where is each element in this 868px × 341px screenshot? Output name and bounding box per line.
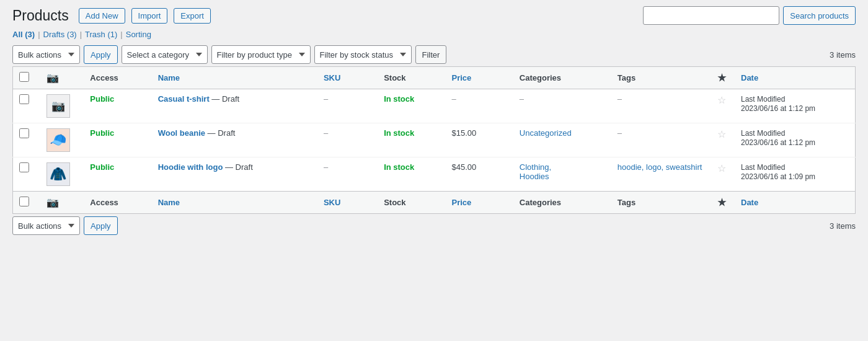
category-link-2[interactable]: Hoodies [520, 172, 549, 181]
tag-link[interactable]: hoodie, logo, sweatshirt [618, 162, 702, 172]
filter-by-type-select[interactable]: Filter by product type [211, 45, 311, 64]
sublink-trash[interactable]: Trash (1) [85, 30, 117, 39]
filter-by-stock-select[interactable]: Filter by stock status [314, 45, 412, 64]
product-thumbnail: 🧢 [46, 128, 70, 152]
table-row: 📷 Public Casual t-shirt — Draft – In sto… [13, 89, 856, 123]
date-label: Last Modified2023/06/16 at 1:12 pm [741, 95, 815, 113]
access-badge: Public [90, 162, 114, 172]
sku-value: – [324, 128, 328, 138]
item-count-bottom: 3 items [830, 221, 856, 231]
categories-value: – [520, 94, 524, 104]
price-value: $15.00 [451, 128, 476, 138]
date-header[interactable]: Date [735, 67, 856, 89]
sublink-sorting[interactable]: Sorting [126, 30, 151, 39]
apply-button-top[interactable]: Apply [84, 45, 118, 64]
item-count-top: 3 items [830, 50, 856, 60]
date-sort-link[interactable]: Date [741, 73, 758, 82]
select-all-footer[interactable] [13, 192, 40, 214]
featured-star[interactable]: ☆ [717, 163, 726, 174]
table-row: 🧢 Public Wool beanie — Draft – In stock … [13, 123, 856, 157]
search-products-button[interactable]: Search products [783, 6, 856, 25]
select-all-header[interactable] [13, 67, 40, 89]
page-title: Products [12, 7, 69, 24]
sku-header[interactable]: SKU [317, 67, 378, 89]
add-new-button[interactable]: Add New [79, 8, 125, 24]
sku-value: – [324, 94, 328, 104]
bulk-actions-select-bottom[interactable]: Bulk actions [12, 216, 80, 235]
price-value: – [451, 94, 456, 104]
name-header[interactable]: Name [152, 67, 317, 89]
date-sort-link-bottom[interactable]: Date [741, 198, 758, 207]
thumb-header: 📷 [40, 67, 84, 89]
categories-header: Categories [513, 67, 611, 89]
tags-value: – [618, 128, 622, 138]
sku-sort-link-bottom[interactable]: SKU [324, 198, 340, 207]
product-thumbnail: 🧥 [46, 162, 70, 186]
access-footer: Access [84, 192, 151, 214]
row-checkbox[interactable] [19, 94, 29, 104]
apply-button-bottom[interactable]: Apply [84, 216, 118, 235]
select-all-checkbox-bottom[interactable] [19, 197, 29, 206]
stock-value: In stock [384, 94, 414, 104]
select-all-checkbox[interactable] [19, 72, 29, 82]
product-status: — Draft [211, 94, 239, 104]
product-name-link[interactable]: Hoodie with logo [158, 162, 223, 172]
stock-header: Stock [378, 67, 445, 89]
category-link[interactable]: Uncategorized [520, 128, 572, 138]
tags-value: – [618, 94, 622, 104]
price-sort-link[interactable]: Price [451, 73, 471, 82]
featured-star[interactable]: ☆ [717, 95, 726, 105]
featured-header: ★ [709, 67, 735, 89]
stock-footer: Stock [378, 192, 445, 214]
price-value: $45.00 [451, 162, 476, 172]
sku-footer[interactable]: SKU [317, 192, 378, 214]
import-button[interactable]: Import [131, 8, 168, 24]
product-status: — Draft [208, 128, 236, 138]
sublink-all[interactable]: All (3) [12, 30, 35, 39]
category-link[interactable]: Clothing, [520, 162, 551, 172]
product-name-link[interactable]: Wool beanie [158, 128, 205, 138]
price-header[interactable]: Price [445, 67, 513, 89]
price-footer[interactable]: Price [445, 192, 513, 214]
bottom-toolbar: Bulk actions Apply 3 items [12, 216, 856, 235]
row-checkbox[interactable] [19, 128, 29, 138]
bulk-actions-select[interactable]: Bulk actions [12, 45, 80, 64]
access-badge: Public [90, 128, 114, 138]
stock-value: In stock [384, 162, 414, 172]
sku-value: – [324, 162, 328, 172]
products-table: 📷 Access Name SKU Stock Price Categories… [12, 66, 856, 214]
name-footer[interactable]: Name [152, 192, 317, 214]
export-button[interactable]: Export [174, 8, 211, 24]
table-row: 🧥 Public Hoodie with logo — Draft – In s… [13, 157, 856, 192]
featured-star[interactable]: ☆ [717, 129, 726, 140]
stock-value: In stock [384, 128, 414, 138]
search-input[interactable] [643, 6, 779, 25]
sublink-drafts[interactable]: Drafts (3) [43, 30, 77, 39]
thumb-footer: 📷 [40, 192, 84, 214]
row-checkbox[interactable] [19, 162, 29, 172]
sublinks: All (3) | Drafts (3) | Trash (1) | Sorti… [12, 30, 856, 39]
name-sort-link[interactable]: Name [158, 73, 180, 82]
featured-footer: ★ [709, 192, 735, 214]
top-toolbar: Bulk actions Apply Select a category Fil… [12, 45, 856, 64]
access-header: Access [84, 67, 151, 89]
product-status: — Draft [225, 162, 253, 172]
access-badge: Public [90, 94, 114, 104]
categories-footer: Categories [513, 192, 611, 214]
date-footer[interactable]: Date [735, 192, 856, 214]
sku-sort-link[interactable]: SKU [324, 73, 340, 82]
price-sort-link-bottom[interactable]: Price [451, 198, 471, 207]
date-label: Last Modified2023/06/16 at 1:09 pm [741, 163, 815, 181]
filter-button[interactable]: Filter [415, 45, 447, 64]
date-label: Last Modified2023/06/16 at 1:12 pm [741, 129, 815, 147]
tags-footer: Tags [611, 192, 709, 214]
tags-header: Tags [611, 67, 709, 89]
product-name-link[interactable]: Casual t-shirt [158, 94, 210, 104]
select-category-select[interactable]: Select a category [122, 45, 208, 64]
name-sort-link-bottom[interactable]: Name [158, 198, 180, 207]
product-thumbnail: 📷 [46, 94, 70, 118]
